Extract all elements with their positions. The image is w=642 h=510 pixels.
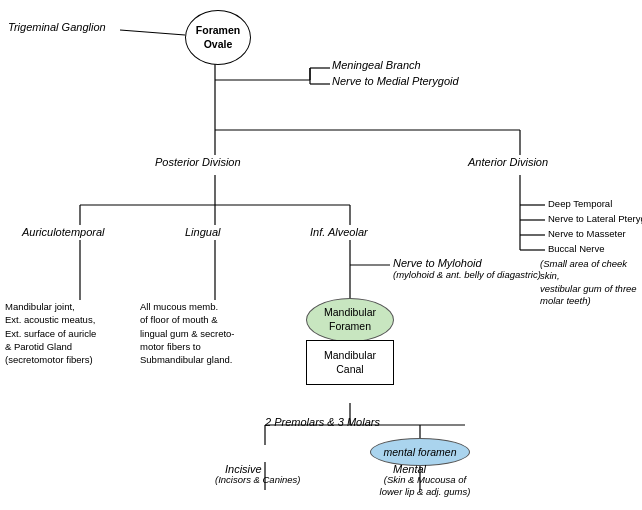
auriculotemporal-label: Auriculotemporal (22, 225, 105, 239)
mandibular-foramen-node: Mandibular Foramen (306, 298, 394, 342)
svg-line-0 (120, 30, 185, 35)
auriculotemporal-detail-label: Mandibular joint, Ext. acoustic meatus, … (5, 300, 110, 366)
nerve-lateral-label: Nerve to Lateral Pterygoid (548, 213, 642, 225)
mandibular-canal-node: Mandibular Canal (306, 340, 394, 385)
lingual-label: Lingual (185, 225, 220, 239)
foramen-ovale-node: Foramen Ovale (185, 10, 251, 65)
premolars-label: 2 Premolars & 3 Molars (265, 415, 380, 429)
mandibular-foramen-label: Mandibular Foramen (324, 306, 376, 333)
lingual-detail-label: All mucous memb. of floor of mouth & lin… (140, 300, 250, 366)
nerve-mylohoid-sub-label: (mylohoid & ant. belly of diagastric) (393, 269, 541, 281)
incisive-sub-label: (Incisors & Canines) (215, 474, 301, 486)
mental-sub-label: (Skin & Mucousa of lower lip & adj. gums… (370, 474, 480, 499)
deep-temporal-label: Deep Temporal (548, 198, 612, 210)
meningeal-branch-label: Meningeal Branch (332, 58, 421, 72)
mandibular-canal-label: Mandibular Canal (324, 349, 376, 376)
anterior-division-label: Anterior Division (468, 155, 548, 169)
inf-alveolar-label: Inf. Alveolar (310, 225, 368, 239)
posterior-division-label: Posterior Division (155, 155, 241, 169)
foramen-ovale-label: Foramen Ovale (196, 24, 240, 51)
trigeminal-ganglion-label: Trigeminal Ganglion (8, 20, 106, 34)
mental-foramen-label: mental foramen (384, 446, 457, 458)
buccal-nerve-label: Buccal Nerve (548, 243, 605, 255)
nerve-medial-label: Nerve to Medial Pterygoid (332, 74, 459, 88)
nerve-masseter-label: Nerve to Masseter (548, 228, 626, 240)
buccal-detail-label: (Small area of cheek skin, vestibular gu… (540, 258, 640, 307)
